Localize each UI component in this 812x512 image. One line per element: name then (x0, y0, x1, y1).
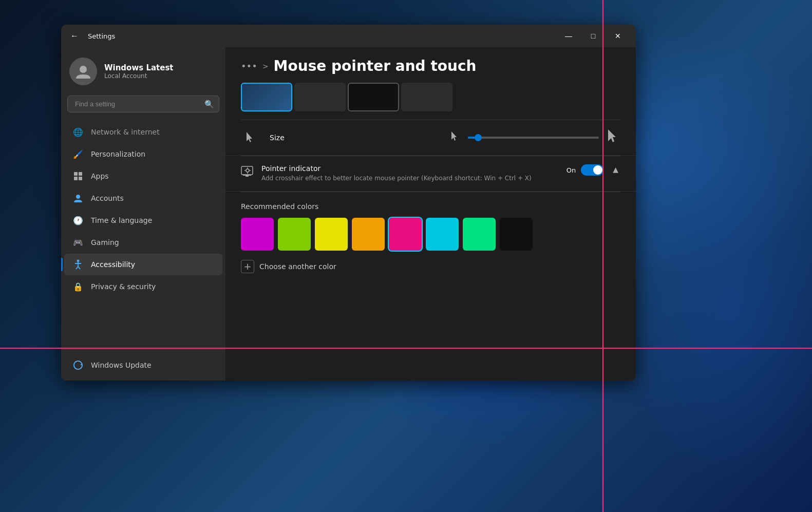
sidebar-item-accessibility[interactable]: Accessibility (64, 254, 222, 275)
close-button[interactable]: ✕ (606, 28, 630, 44)
recommended-colors-section: Recommended colors + Choose another colo… (225, 192, 636, 289)
profile-info: Windows Latest Local Account (104, 63, 174, 80)
pointer-indicator-text: Pointer indicator Add crosshair effect t… (261, 164, 559, 183)
time-icon: 🕐 (72, 215, 84, 226)
pointer-indicator-toggle-switch[interactable] (581, 164, 603, 176)
collapse-button[interactable]: ▲ (611, 165, 620, 174)
svg-rect-14 (246, 176, 249, 177)
swatch-lime[interactable] (278, 218, 311, 251)
annotation-horizontal-line (0, 348, 812, 349)
sidebar-item-network[interactable]: 🌐 Network & internet (64, 121, 222, 143)
svg-rect-3 (74, 177, 78, 180)
pointer-indicator-section: Pointer indicator Add crosshair effect t… (225, 156, 636, 192)
search-input[interactable] (67, 96, 219, 112)
svg-point-6 (77, 260, 80, 262)
back-button[interactable]: ← (67, 29, 82, 43)
svg-rect-1 (74, 172, 78, 176)
slider-cursor-right-icon (607, 129, 620, 147)
swatch-yellow[interactable] (315, 218, 348, 251)
svg-rect-4 (79, 177, 82, 180)
sidebar-item-accounts[interactable]: Accounts (64, 187, 222, 209)
swatch-green[interactable] (463, 218, 496, 251)
swatch-orange[interactable] (352, 218, 385, 251)
title-bar-title: Settings (88, 32, 115, 40)
pointer-indicator-icon (241, 165, 254, 179)
svg-rect-13 (243, 175, 251, 176)
apps-icon (72, 170, 84, 182)
pointer-indicator-header: Pointer indicator Add crosshair effect t… (241, 164, 620, 183)
title-bar-controls: — □ ✕ (557, 28, 630, 44)
slider-thumb[interactable] (475, 134, 482, 141)
color-swatches (241, 218, 620, 251)
pointer-indicator-toggle: On (566, 164, 603, 176)
network-icon: 🌐 (72, 126, 84, 138)
sidebar-item-label: Privacy & security (91, 282, 156, 291)
svg-point-5 (76, 195, 80, 199)
sidebar-item-label: Apps (91, 172, 109, 180)
gaming-icon: 🎮 (72, 237, 84, 248)
pointer-indicator-title: Pointer indicator (261, 164, 559, 173)
swatch-purple[interactable] (241, 218, 274, 251)
size-slider[interactable] (468, 137, 599, 139)
main-content: ••• > Mouse pointer and touch Size (225, 47, 636, 381)
svg-line-10 (78, 267, 80, 269)
svg-rect-12 (241, 166, 253, 175)
sidebar-item-windows-update[interactable]: Windows Update (64, 354, 222, 376)
sidebar-item-gaming[interactable]: 🎮 Gaming (64, 232, 222, 253)
windows-update-icon (72, 359, 84, 371)
svg-rect-2 (79, 172, 82, 176)
color-card-2[interactable] (294, 83, 346, 111)
swatch-cyan[interactable] (426, 218, 459, 251)
breadcrumb-chevron: > (262, 62, 269, 70)
sidebar-item-label: Time & language (91, 216, 152, 224)
slider-cursor-left-icon (450, 131, 460, 145)
plus-icon: + (241, 260, 254, 273)
size-setting-row: Size (225, 120, 636, 156)
sidebar-search: 🔍 (67, 96, 219, 112)
maximize-button[interactable]: □ (581, 28, 605, 44)
choose-another-color-button[interactable]: + Choose another color (241, 255, 620, 278)
pointer-indicator-desc: Add crosshair effect to better locate mo… (261, 174, 559, 183)
sidebar-item-apps[interactable]: Apps (64, 165, 222, 187)
window-body: Windows Latest Local Account 🔍 🌐 Network… (61, 47, 636, 381)
swatch-pink[interactable] (389, 218, 422, 251)
page-header: ••• > Mouse pointer and touch (225, 47, 636, 83)
settings-window: ← Settings — □ ✕ Windows Latest (61, 25, 636, 381)
sidebar-item-label: Personalization (91, 150, 145, 158)
minimize-button[interactable]: — (557, 28, 580, 44)
sidebar: Windows Latest Local Account 🔍 🌐 Network… (61, 47, 225, 381)
cursor-size-icon (241, 128, 259, 147)
sidebar-item-personalization[interactable]: 🖌️ Personalization (64, 143, 222, 165)
color-card-4[interactable] (401, 83, 452, 111)
sidebar-item-label: Accessibility (91, 260, 135, 269)
sidebar-item-label: Gaming (91, 238, 119, 246)
sidebar-item-privacy[interactable]: 🔒 Privacy & security (64, 276, 222, 297)
choose-color-label: Choose another color (259, 262, 336, 271)
accounts-icon (72, 193, 84, 204)
color-card-3[interactable] (348, 83, 399, 111)
personalization-icon: 🖌️ (72, 148, 84, 160)
breadcrumb-dots[interactable]: ••• (241, 61, 257, 71)
svg-point-15 (246, 169, 249, 172)
sidebar-nav: 🌐 Network & internet 🖌️ Personalization (61, 119, 225, 349)
recommended-colors-label: Recommended colors (241, 202, 620, 211)
page-title: Mouse pointer and touch (274, 58, 477, 74)
title-bar: ← Settings — □ ✕ (61, 25, 636, 47)
profile-account: Local Account (104, 72, 174, 80)
toggle-knob (593, 165, 602, 175)
svg-point-0 (80, 66, 87, 73)
sidebar-item-label: Network & internet (91, 128, 160, 136)
swatch-black[interactable] (500, 218, 533, 251)
profile-name: Windows Latest (104, 63, 174, 72)
title-bar-left: ← Settings (67, 29, 115, 43)
sidebar-profile[interactable]: Windows Latest Local Account (61, 47, 225, 93)
accessibility-icon (72, 259, 84, 270)
color-card-1[interactable] (241, 83, 292, 111)
search-icon[interactable]: 🔍 (204, 100, 214, 109)
sidebar-bottom: Windows Update (61, 349, 225, 381)
size-slider-container (450, 129, 621, 147)
size-label: Size (270, 134, 440, 142)
sidebar-item-label: Accounts (91, 194, 124, 202)
sidebar-item-time[interactable]: 🕐 Time & language (64, 210, 222, 231)
annotation-vertical-line (602, 0, 603, 512)
